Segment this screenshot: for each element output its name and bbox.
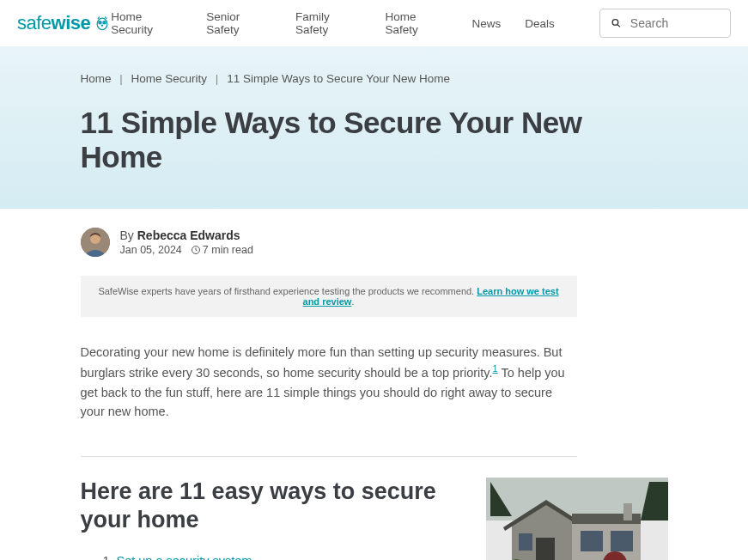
page-title: 11 Simple Ways to Secure Your New Home [81, 106, 668, 174]
search-box[interactable] [599, 9, 731, 38]
article-meta: Jan 05, 2024 7 min read [120, 244, 253, 256]
house-image [486, 478, 668, 560]
nav-news[interactable]: News [471, 17, 501, 30]
author-name[interactable]: Rebecca Edwards [137, 228, 240, 242]
breadcrumb-category[interactable]: Home Security [131, 72, 208, 85]
svg-rect-14 [536, 538, 555, 560]
nav-family-safety[interactable]: Family Safety [295, 10, 362, 36]
logo-text: safewise [17, 12, 90, 34]
header: safewise Home Security Senior Safety Fam… [0, 0, 748, 46]
read-time: 7 min read [203, 244, 253, 256]
way-link-1[interactable]: Set up a security system [117, 554, 252, 560]
publish-date: Jan 05, 2024 [120, 244, 182, 256]
svg-point-4 [104, 22, 105, 23]
list-item: Set up a security system [117, 554, 469, 560]
svg-rect-17 [611, 531, 633, 551]
content: By Rebecca Edwards Jan 05, 2024 7 min re… [64, 209, 685, 560]
author-row: By Rebecca Edwards Jan 05, 2024 7 min re… [81, 228, 668, 257]
breadcrumb-home[interactable]: Home [81, 72, 112, 85]
svg-point-5 [612, 20, 618, 26]
author-byline: By Rebecca Edwards [120, 228, 253, 242]
ways-heading: Here are 11 easy ways to secure your hom… [81, 478, 469, 536]
clock-icon [191, 245, 201, 255]
search-icon [611, 16, 622, 30]
owl-icon [94, 15, 111, 32]
nav-deals[interactable]: Deals [525, 17, 555, 30]
svg-rect-18 [623, 503, 632, 520]
breadcrumb-current: 11 Simple Ways to Secure Your New Home [227, 72, 450, 85]
avatar-image [81, 228, 110, 257]
intro-paragraph: Decorating your new home is definitely m… [81, 343, 577, 422]
avatar[interactable] [81, 228, 110, 257]
svg-point-0 [97, 18, 107, 29]
divider [81, 456, 577, 457]
breadcrumb: Home | Home Security | 11 Simple Ways to… [81, 72, 668, 85]
main-nav: Home Security Senior Safety Family Safet… [111, 9, 731, 38]
svg-point-3 [100, 22, 100, 23]
svg-rect-15 [519, 533, 532, 551]
breadcrumb-sep: | [119, 72, 123, 85]
svg-rect-16 [581, 531, 603, 551]
hero: Home | Home Security | 11 Simple Ways to… [0, 46, 748, 209]
logo[interactable]: safewise [17, 12, 111, 34]
nav-home-security[interactable]: Home Security [111, 10, 182, 36]
ways-list: Set up a security system Secure the door… [81, 554, 469, 560]
disclaimer: SafeWise experts have years of firsthand… [81, 276, 577, 317]
nav-senior-safety[interactable]: Senior Safety [206, 10, 271, 36]
search-input[interactable] [630, 16, 720, 30]
ways-section: Here are 11 easy ways to secure your hom… [81, 478, 668, 560]
nav-home-safety[interactable]: Home Safety [385, 10, 447, 36]
breadcrumb-sep: | [216, 72, 219, 85]
